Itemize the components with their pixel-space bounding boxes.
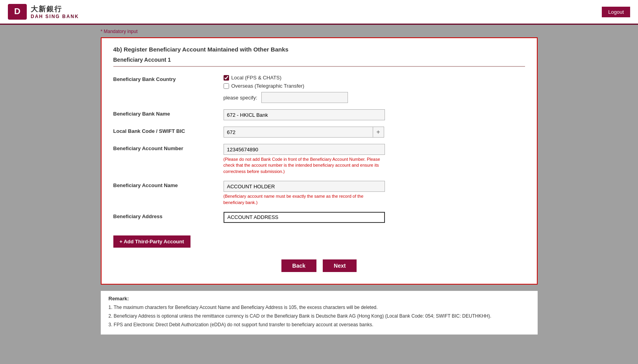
mandatory-note: * Mandatory input — [101, 29, 538, 34]
logo-text: 大新銀行 DAH SING BANK — [31, 4, 79, 19]
bank-code-row: Local Bank Code / SWIFT BIC + — [113, 127, 525, 138]
logout-button[interactable]: Logout — [602, 7, 630, 17]
address-input[interactable] — [224, 212, 385, 223]
account-number-control: (Please do not add Bank Code in front of… — [224, 144, 436, 175]
form-title: 4b) Register Beneficiary Account Maintai… — [113, 46, 525, 53]
please-specify-row: please specify: — [224, 92, 436, 103]
local-fps-label[interactable]: Local (FPS & CHATS) — [231, 75, 282, 81]
header: D 大新銀行 DAH SING BANK Logout — [0, 0, 638, 25]
beneficiary-bank-country-controls: Local (FPS & CHATS) Overseas (Telegraphi… — [224, 75, 436, 103]
account-number-row: Beneficiary Account Number (Please do no… — [113, 144, 525, 175]
account-number-label: Beneficiary Account Number — [113, 144, 224, 151]
bank-name-input[interactable] — [224, 109, 385, 120]
account-name-label: Beneficiary Account Name — [113, 181, 224, 188]
bank-code-input[interactable] — [224, 127, 373, 138]
account-name-input[interactable] — [224, 181, 385, 192]
next-button[interactable]: Next — [323, 259, 357, 272]
form-container: 4b) Register Beneficiary Account Maintai… — [101, 37, 538, 285]
beneficiary-bank-country-label: Beneficiary Bank Country — [113, 75, 224, 82]
beneficiary-bank-country-row: Beneficiary Bank Country Local (FPS & CH… — [113, 75, 525, 103]
button-row: Back Next — [113, 259, 525, 272]
bank-code-plus-button[interactable]: + — [373, 127, 384, 138]
svg-text:D: D — [14, 6, 20, 16]
bank-code-control: + — [224, 127, 436, 138]
bank-name-control — [224, 109, 436, 120]
bank-name-row: Beneficiary Bank Name — [113, 109, 525, 120]
address-control — [224, 212, 436, 223]
address-label: Beneficiary Address — [113, 212, 224, 219]
please-specify-input[interactable] — [261, 92, 348, 103]
bank-code-label: Local Bank Code / SWIFT BIC — [113, 127, 224, 134]
logo-english: DAH SING BANK — [31, 14, 79, 19]
overseas-label[interactable]: Overseas (Telegraphic Transfer) — [231, 83, 305, 89]
overseas-row: Overseas (Telegraphic Transfer) — [224, 83, 436, 89]
local-fps-checkbox[interactable] — [224, 75, 229, 81]
dah-sing-logo-icon: D — [8, 4, 27, 20]
remark-item-2: 2. Beneficiary Address is optional unles… — [109, 313, 530, 320]
remarks-title: Remark: — [109, 296, 530, 301]
remarks-section: Remark: 1. The maximum characters for Be… — [101, 291, 538, 335]
bank-name-label: Beneficiary Bank Name — [113, 109, 224, 117]
remarks-list: 1. The maximum characters for Beneficiar… — [109, 304, 530, 328]
remark-item-1: 1. The maximum characters for Beneficiar… — [109, 304, 530, 311]
add-third-party-account-button[interactable]: + Add Third-Party Account — [113, 235, 190, 248]
back-button[interactable]: Back — [281, 259, 316, 272]
logo-chinese: 大新銀行 — [31, 4, 79, 14]
local-fps-row: Local (FPS & CHATS) — [224, 75, 436, 81]
please-specify-label: please specify: — [224, 95, 257, 101]
account-name-note: (Beneficiary account name must be exactl… — [224, 193, 385, 206]
bank-code-wrapper: + — [224, 127, 436, 138]
address-row: Beneficiary Address — [113, 212, 525, 223]
account-name-row: Beneficiary Account Name (Beneficiary ac… — [113, 181, 525, 206]
overseas-checkbox[interactable] — [224, 83, 229, 89]
account-number-input[interactable] — [224, 144, 385, 155]
main-content: * Mandatory input 4b) Register Beneficia… — [93, 25, 546, 346]
remark-item-3: 3. FPS and Electronic Direct Debit Autho… — [109, 321, 530, 328]
account-number-note: (Please do not add Bank Code in front of… — [224, 156, 385, 175]
form-subtitle: Beneficiary Account 1 — [113, 57, 525, 67]
logo-area: D 大新銀行 DAH SING BANK — [8, 4, 79, 20]
account-name-control: (Beneficiary account name must be exactl… — [224, 181, 436, 206]
